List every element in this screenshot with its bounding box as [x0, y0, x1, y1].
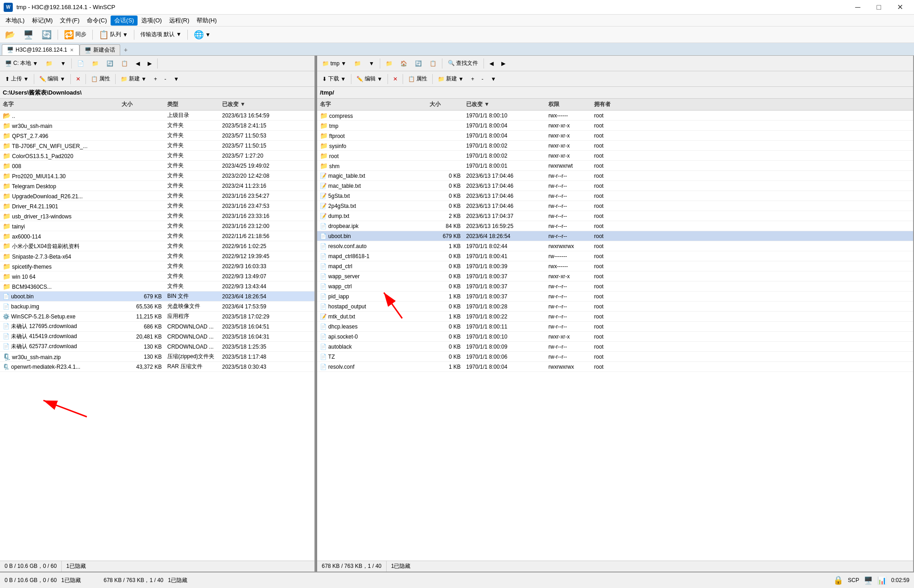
left-filter-btn[interactable]: ▼: [57, 58, 69, 69]
right-search-btn[interactable]: 🔍 查找文件: [445, 58, 481, 69]
left-file-row[interactable]: 📄 未确认 625737.crdownload 130 KB CRDOWNLOA…: [0, 342, 314, 352]
right-plus-btn[interactable]: +: [468, 73, 478, 85]
toolbar-sync[interactable]: 🔁 同步: [61, 28, 90, 41]
right-down-btn[interactable]: ▼: [488, 73, 500, 85]
right-file-row[interactable]: 📄 autoblack 0 KB 1970/1/1 8:00:09 rw-r--…: [317, 342, 913, 352]
left-file-row[interactable]: 📁 QPST_2.7.496 文件夹 2023/5/7 11:50:53: [0, 131, 314, 141]
right-file-row[interactable]: 📄 wapp_server 0 KB 1970/1/1 8:00:37 rwxr…: [317, 271, 913, 281]
tab-new-session[interactable]: 🖥️ 新建会话: [80, 44, 120, 55]
right-download-btn[interactable]: ⬇下载 ▼: [319, 73, 349, 85]
toolbar-transfer-options[interactable]: 传输选项 默认 ▼: [137, 28, 185, 41]
right-file-row[interactable]: 📁 tmp 1970/1/1 8:00:04 rwxr-xr-x root: [317, 121, 913, 131]
left-file-row[interactable]: 📁 win 10 64 文件夹 2022/9/3 13:49:07: [0, 271, 314, 281]
right-back[interactable]: ◀: [486, 58, 497, 69]
left-col-name[interactable]: 名字: [0, 99, 119, 110]
left-col-type[interactable]: 类型: [165, 99, 219, 110]
right-file-row[interactable]: 📄 resolv.conf 1 KB 1970/1/1 8:00:04 rwxr…: [317, 362, 913, 372]
left-file-row[interactable]: 🗜️ openwrt-mediatek-R23.4.1... 43,372 KB…: [0, 362, 314, 372]
toolbar-icon2[interactable]: 🖥️: [20, 28, 37, 41]
left-file-row[interactable]: 📁 wr30u_ssh-main 文件夹 2023/5/18 2:41:15: [0, 121, 314, 131]
right-refresh[interactable]: 🔄: [412, 58, 425, 69]
close-button[interactable]: ✕: [889, 0, 910, 15]
right-file-row[interactable]: 📁 ftproot 1970/1/1 8:00:04 rwxr-xr-x roo…: [317, 131, 913, 141]
left-minus-btn[interactable]: -: [161, 73, 170, 85]
maximize-button[interactable]: □: [868, 0, 889, 15]
left-file-row[interactable]: 📁 ax6000-114 文件夹 2022/11/6 21:18:56: [0, 231, 314, 241]
menu-file[interactable]: 文件(F): [56, 16, 83, 26]
menu-session[interactable]: 会话(S): [111, 16, 138, 26]
right-file-row[interactable]: 📄 dropbear.ipk 84 KB 2023/6/13 16:59:25 …: [317, 221, 913, 231]
right-col-name[interactable]: 名字: [317, 99, 427, 110]
left-file-row[interactable]: 📁 usb_driver_r13-windows 文件夹 2023/1/16 2…: [0, 211, 314, 221]
left-refresh[interactable]: 🔄: [103, 58, 117, 69]
right-file-row[interactable]: 📄 TZ 0 KB 1970/1/1 8:00:06 rw-r--r-- roo…: [317, 352, 913, 362]
right-file-row[interactable]: 📁 root 1970/1/1 8:00:02 rwxr-xr-x root: [317, 151, 913, 161]
left-file-row[interactable]: 📁 Snipaste-2.7.3-Beta-x64 文件夹 2022/9/12 …: [0, 251, 314, 261]
left-file-row[interactable]: 📄 未确认 127695.crdownload 686 KB CRDOWNLOA…: [0, 322, 314, 332]
right-file-row[interactable]: 📝 dump.txt 2 KB 2023/6/13 17:04:37 rw-r-…: [317, 211, 913, 221]
right-file-row[interactable]: 📄 mapd_ctrl 0 KB 1970/1/1 8:00:39 rwx---…: [317, 261, 913, 271]
left-file-row[interactable]: 📂 .. 上级目录 2023/6/13 16:54:59: [0, 111, 314, 121]
left-file-row[interactable]: 📄 backup.img 65,536 KB 光盘映像文件 2023/6/4 1…: [0, 302, 314, 312]
right-col-size[interactable]: 大小: [427, 99, 463, 110]
left-col-size[interactable]: 大小: [119, 99, 165, 110]
right-forward[interactable]: ▶: [498, 58, 509, 69]
right-file-row[interactable]: 📝 mtk_dut.txt 1 KB 1970/1/1 8:00:22 rw-r…: [317, 312, 913, 322]
right-file-row[interactable]: 📄 wapp_ctrl 0 KB 1970/1/1 8:00:37 rw-r--…: [317, 281, 913, 291]
right-file-row[interactable]: 📁 compress 1970/1/1 8:00:10 rwx------ ro…: [317, 111, 913, 121]
menu-mark[interactable]: 标记(M): [28, 16, 57, 26]
left-back[interactable]: ◀: [133, 58, 143, 69]
left-file-row[interactable]: 📁 tainyi 文件夹 2023/1/16 23:12:00: [0, 221, 314, 231]
right-col-perm[interactable]: 权限: [546, 99, 591, 110]
menu-remote[interactable]: 远程(R): [165, 16, 193, 26]
menu-local[interactable]: 本地(L): [2, 16, 28, 26]
left-folder-btn[interactable]: 📁: [43, 58, 56, 69]
right-file-row[interactable]: 📄 api.socket-0 0 KB 1970/1/1 8:00:10 rwx…: [317, 332, 913, 342]
menu-help[interactable]: 帮助(H): [193, 16, 220, 26]
right-nav1[interactable]: 📁: [383, 58, 396, 69]
left-file-row[interactable]: 📄 未确认 415419.crdownload 20,481 KB CRDOWN…: [0, 332, 314, 342]
left-file-row[interactable]: 📁 ColorOS13.5.1_Pad2020 文件夹 2023/5/7 1:2…: [0, 151, 314, 161]
right-minus-btn[interactable]: -: [478, 73, 487, 85]
left-nav2[interactable]: 📁: [89, 58, 102, 69]
tab-session1[interactable]: 🖥️ H3C@192.168.124.1 ✕: [2, 44, 80, 55]
left-col-date[interactable]: 已改变 ▼: [219, 99, 302, 110]
right-file-row[interactable]: 📄 pid_iapp 1 KB 1970/1/1 8:00:37 rw-r--r…: [317, 291, 913, 302]
left-file-row[interactable]: 📁 Telegram Desktop 文件夹 2023/2/4 11:23:16: [0, 181, 314, 191]
right-file-row[interactable]: 📄 resolv.conf.auto 1 KB 1970/1/1 8:02:44…: [317, 241, 913, 251]
right-props-btn[interactable]: 📋属性: [405, 73, 430, 85]
right-file-row[interactable]: 📄 hostapd_output 0 KB 1970/1/1 8:00:28 r…: [317, 302, 913, 312]
right-edit-btn[interactable]: ✏️编辑 ▼: [353, 73, 386, 85]
right-delete-btn[interactable]: ✕: [390, 73, 401, 85]
left-edit-btn[interactable]: ✏️编辑 ▼: [36, 73, 69, 85]
left-file-row[interactable]: 📁 小米小爱LX04音箱刷机资料 文件夹 2022/9/16 1:02:25: [0, 241, 314, 251]
right-new-btn[interactable]: 📁新建 ▼: [435, 73, 467, 85]
right-drive-btn[interactable]: 📁tmp▼: [319, 58, 350, 69]
left-forward[interactable]: ▶: [144, 58, 155, 69]
left-plus-btn[interactable]: +: [151, 73, 160, 85]
right-file-row[interactable]: 📁 shm 1970/1/1 8:00:01 rwxrwxrwt root: [317, 161, 913, 171]
menu-options[interactable]: 选项(O): [138, 16, 165, 26]
toolbar-icon1[interactable]: 📂: [2, 28, 18, 41]
toolbar-queue[interactable]: 📋 队列 ▼: [96, 28, 131, 41]
right-folder-btn[interactable]: 📁: [351, 58, 364, 69]
left-props-btn[interactable]: 📋属性: [88, 73, 113, 85]
right-file-row[interactable]: 📄 mapd_ctrl8618-1 0 KB 1970/1/1 8:00:41 …: [317, 251, 913, 261]
left-drive-btn[interactable]: 🖥️C: 本地▼: [2, 58, 41, 69]
right-file-row[interactable]: 📝 magic_table.txt 0 KB 2023/6/13 17:04:4…: [317, 171, 913, 181]
left-new-btn[interactable]: 📁新建 ▼: [117, 73, 150, 85]
left-file-row[interactable]: 🗜️ wr30u_ssh-main.zip 130 KB 压缩(zipped)文…: [0, 352, 314, 362]
left-delete-btn[interactable]: ✕: [73, 73, 84, 85]
left-file-row[interactable]: 📁 008 文件夹 2023/4/25 19:49:02: [0, 161, 314, 171]
new-tab-button[interactable]: +: [120, 44, 131, 55]
menu-command[interactable]: 命令(C): [83, 16, 111, 26]
left-file-row[interactable]: 📄 uboot.bin 679 KB BIN 文件 2023/6/4 18:26…: [0, 291, 314, 302]
left-file-row[interactable]: 📁 Pro2020_MIUI14.1.30 文件夹 2023/2/20 12:4…: [0, 171, 314, 181]
right-nav2[interactable]: 🏠: [397, 58, 410, 69]
right-col-date[interactable]: 已改变 ▼: [463, 99, 546, 110]
left-nav3[interactable]: 📋: [118, 58, 131, 69]
right-col-owner[interactable]: 拥有者: [591, 99, 628, 110]
tab-close-1[interactable]: ✕: [69, 48, 74, 53]
left-down-btn[interactable]: ▼: [170, 73, 182, 85]
left-file-row[interactable]: 📁 UpgradeDownload_R26.21... 文件夹 2023/1/1…: [0, 191, 314, 201]
